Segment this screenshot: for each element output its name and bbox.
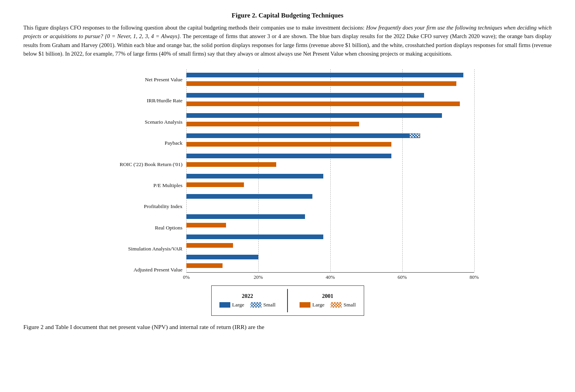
bar-pair: [186, 223, 474, 228]
y-label: IRR/Hurdle Rate: [147, 91, 182, 111]
bar-row: [186, 150, 474, 170]
chart-container: Net Present ValueIRR/Hurdle RateScenario…: [101, 69, 474, 281]
solid-bar: [186, 182, 244, 187]
rows-area: [186, 69, 474, 271]
solid-bar: [186, 154, 391, 158]
bar-row: [186, 231, 474, 251]
solid-bar: [186, 93, 424, 98]
bars-section: 0%20%40%60%80%: [186, 69, 474, 281]
bar-pair: [186, 142, 474, 147]
legend-blue-solid-swatch: [219, 302, 230, 308]
x-tick-label: 20%: [254, 274, 263, 280]
solid-bar: [186, 214, 305, 219]
grid-line: [474, 69, 475, 271]
bar-pair: [186, 162, 474, 167]
solid-bar: [186, 142, 391, 147]
bar-pair: [186, 263, 474, 268]
solid-bar: [186, 102, 460, 106]
bar-pair: [186, 154, 474, 158]
bar-row: [186, 130, 474, 150]
bar-pair: [186, 122, 474, 126]
y-axis-labels: Net Present ValueIRR/Hurdle RateScenario…: [101, 69, 186, 281]
caption-part1: This figure displays CFO responses to th…: [23, 24, 366, 31]
legend-blue-hatch-swatch: [251, 302, 261, 308]
legend-2001-large: Large: [300, 302, 324, 308]
bar-row: [186, 251, 474, 271]
y-label: Scenario Analysis: [145, 112, 182, 132]
bar-pair: [186, 243, 474, 248]
solid-bar: [186, 113, 442, 118]
bar-pair: [186, 73, 474, 77]
y-label: Simulation Analysis/VAR: [128, 239, 182, 259]
legend-2022-small: Small: [251, 302, 276, 308]
legend-small-label-2022: Small: [263, 302, 276, 308]
bar-pair: [186, 102, 474, 106]
solid-bar: [186, 194, 312, 199]
chart-area: Net Present ValueIRR/Hurdle RateScenario…: [23, 69, 552, 316]
bar-pair: [186, 214, 474, 219]
bar-pair: [186, 113, 474, 118]
legend-2001-group: 2001 Large Small: [300, 293, 356, 308]
solid-bar: [186, 81, 456, 86]
y-label: Payback: [165, 133, 182, 153]
bar-pair: [186, 234, 474, 239]
solid-bar: [186, 133, 410, 138]
solid-bar: [186, 255, 258, 259]
bar-pair: [186, 194, 474, 199]
solid-bar: [186, 234, 323, 239]
bar-pair: [186, 203, 474, 207]
y-label: Profitability Index: [144, 196, 182, 217]
bar-pair: [186, 93, 474, 98]
bar-pair: [186, 174, 474, 178]
x-tick-label: 80%: [470, 274, 479, 280]
y-label: Adjusted Present Value: [133, 260, 182, 280]
y-label: P/E Multiples: [153, 175, 182, 196]
legend-2001-small: Small: [331, 302, 356, 308]
bar-pair: [186, 255, 474, 259]
x-tick-label: 60%: [398, 274, 407, 280]
x-tick-label: 0%: [183, 274, 189, 280]
legend-2022-large: Large: [219, 302, 244, 308]
legend-orange-solid-swatch: [300, 302, 310, 308]
legend-2001-items: Large Small: [300, 302, 356, 308]
y-label: ROIC ('22) Book Return ('01): [119, 154, 182, 175]
footer-text: Figure 2 and Table I document that net p…: [23, 324, 552, 331]
bar-row: [186, 89, 474, 110]
caption: This figure displays CFO responses to th…: [23, 23, 552, 58]
legend-divider: [287, 289, 288, 312]
legend-2022-items: Large Small: [219, 302, 276, 308]
bar-row: [186, 170, 474, 191]
bar-pair: [186, 133, 474, 138]
legend-small-label-2001: Small: [344, 302, 356, 308]
legend-year-2001: 2001: [322, 293, 333, 299]
legend-large-label-2001: Large: [312, 302, 324, 308]
solid-bar: [186, 263, 223, 268]
legend-2022-group: 2022 Large Small: [219, 293, 276, 308]
bar-pair: [186, 182, 474, 187]
bar-row: [186, 211, 474, 231]
solid-bar: [186, 174, 323, 178]
bar-row: [186, 110, 474, 130]
legend: 2022 Large Small 2001 Large: [211, 285, 364, 316]
legend-year-2022: 2022: [242, 293, 253, 299]
solid-bar: [186, 243, 233, 248]
solid-bar: [186, 73, 463, 77]
solid-bar: [186, 223, 226, 228]
bar-row: [186, 69, 474, 89]
figure-title: Figure 2. Capital Budgeting Techniques: [23, 12, 552, 19]
y-label: Real Options: [155, 218, 182, 238]
legend-orange-hatch-swatch: [331, 302, 342, 308]
x-tick-label: 40%: [326, 274, 335, 280]
y-label: Net Present Value: [145, 70, 182, 90]
x-axis: 0%20%40%60%80%: [186, 272, 474, 281]
solid-bar: [186, 122, 359, 126]
solid-bar: [186, 162, 276, 167]
bar-row: [186, 191, 474, 211]
bar-pair: [186, 81, 474, 86]
legend-large-label-2022: Large: [232, 302, 244, 308]
